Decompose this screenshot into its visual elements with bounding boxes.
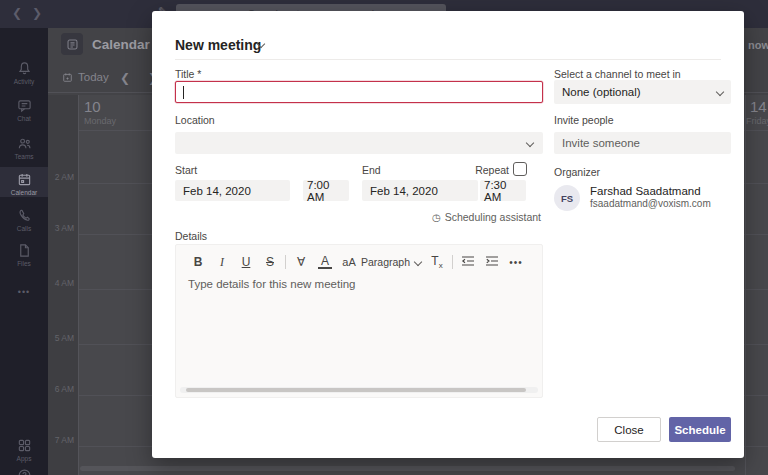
sidebar-item-label: Teams	[14, 153, 33, 160]
time-label: 2 AM	[48, 172, 74, 182]
sidebar-item-files[interactable]: Files	[0, 243, 48, 267]
gutter-divider	[78, 95, 79, 475]
sidebar-item-apps[interactable]: Apps	[0, 438, 48, 462]
invite-placeholder: Invite someone	[562, 137, 640, 149]
organizer-email: fsaadatmand@voxism.com	[590, 198, 711, 209]
day-name: Monday	[84, 116, 116, 126]
teams-app-window: ❮ ❯ ✎ Search or type a command Activity …	[0, 0, 768, 475]
schedule-button[interactable]: Schedule	[669, 417, 731, 442]
channel-dropdown[interactable]: None (optional)	[554, 80, 731, 104]
italic-button[interactable]: I	[210, 255, 234, 270]
schedule-button-label: Schedule	[674, 424, 725, 436]
time-label: 7 AM	[48, 435, 74, 445]
more-options-button[interactable]: •••	[504, 257, 528, 268]
bold-button[interactable]: B	[186, 255, 210, 269]
underline-button[interactable]: U	[234, 255, 258, 269]
sidebar-item-label: Files	[17, 260, 31, 267]
end-date-value: Feb 14, 2020	[370, 185, 438, 197]
meet-now-button-fragment[interactable]: now	[748, 39, 768, 51]
toolbar-divider	[452, 255, 453, 269]
paragraph-dropdown[interactable]: Paragraph	[361, 256, 425, 268]
calendar-icon	[17, 172, 32, 187]
clock-icon: ◷	[432, 212, 441, 223]
title-input[interactable]	[175, 81, 543, 103]
bell-icon	[17, 61, 32, 76]
scheduling-assistant-link[interactable]: ◷ Scheduling assistant	[432, 211, 541, 223]
clear-formatting-button[interactable]: Tx	[425, 254, 449, 270]
formatting-toolbar: B I U S ∀ A aA Paragraph Tx	[186, 251, 528, 273]
close-button[interactable]: Close	[597, 417, 661, 442]
sidebar-item-calendar[interactable]: Calendar	[0, 167, 48, 197]
organizer-row: FS Farshad Saadatmand fsaadatmand@voxism…	[554, 185, 711, 211]
details-scrollbar[interactable]	[180, 387, 538, 393]
calendar-app-icon	[61, 33, 83, 55]
organizer-label: Organizer	[554, 166, 600, 178]
today-label: Today	[78, 71, 109, 83]
start-time-input[interactable]: 7:00 AM	[303, 180, 349, 201]
title-field-label: Title *	[175, 68, 201, 80]
day-column-divider	[745, 95, 746, 475]
font-color-button[interactable]: A	[318, 256, 332, 269]
today-button[interactable]: Today	[62, 71, 109, 83]
page-title: Calendar	[92, 37, 150, 52]
repeat-checkbox[interactable]	[513, 162, 527, 176]
day-name-right: Friday	[746, 116, 768, 126]
prev-day-chevron[interactable]: ❮	[120, 71, 130, 85]
font-size-button[interactable]: aA	[337, 256, 361, 268]
sidebar-item-help[interactable]: Help	[0, 468, 48, 475]
sidebar-item-label: Apps	[17, 455, 32, 462]
organizer-avatar: FS	[554, 185, 580, 211]
back-chevron-icon[interactable]: ❮	[12, 6, 22, 20]
channel-label: Select a channel to meet in	[554, 68, 681, 80]
channel-value: None (optional)	[562, 86, 641, 98]
end-time-value: 7:30 AM	[484, 179, 522, 203]
sidebar-item-label: Activity	[14, 78, 35, 85]
sidebar-more-button[interactable]: •••	[0, 287, 48, 297]
sidebar-item-label: Calendar	[11, 189, 37, 196]
invite-people-input[interactable]: Invite someone	[554, 132, 731, 154]
app-sidebar: Activity Chat Teams Calendar Calls Files…	[0, 28, 48, 475]
sidebar-item-calls[interactable]: Calls	[0, 208, 48, 232]
outdent-icon	[461, 255, 475, 267]
strikethrough-button[interactable]: S	[258, 255, 282, 269]
time-label: 6 AM	[48, 384, 74, 394]
sidebar-item-teams[interactable]: Teams	[0, 136, 48, 160]
calendar-today-icon	[62, 72, 73, 83]
location-label: Location	[175, 114, 215, 126]
day-number-right: 14	[750, 98, 767, 115]
location-dropdown[interactable]	[175, 132, 543, 154]
sidebar-item-label: Calls	[17, 225, 31, 232]
indent-icon	[485, 255, 499, 267]
details-placeholder: Type details for this new meeting	[188, 278, 355, 290]
day-number: 10	[84, 98, 101, 115]
highlight-button[interactable]: ∀	[289, 255, 313, 269]
time-label: 3 AM	[48, 223, 74, 233]
start-date-input[interactable]: Feb 14, 2020	[175, 180, 290, 201]
chevron-down-icon	[716, 88, 724, 96]
horizontal-scrollbar[interactable]	[80, 466, 735, 471]
outdent-button[interactable]	[456, 255, 480, 270]
scheduling-assistant-label: Scheduling assistant	[445, 211, 541, 223]
start-time-value: 7:00 AM	[307, 179, 345, 203]
chevron-down-icon	[526, 139, 534, 147]
help-circle-icon	[17, 468, 32, 475]
time-label: 4 AM	[48, 278, 74, 288]
details-scrollbar-thumb[interactable]	[186, 388, 526, 392]
time-label: 5 AM	[48, 333, 74, 343]
new-meeting-dialog: New meeting Title * Location Start End R…	[152, 11, 744, 458]
sidebar-item-activity[interactable]: Activity	[0, 61, 48, 85]
end-label: End	[362, 164, 381, 176]
indent-button[interactable]	[480, 255, 504, 270]
end-date-input[interactable]: Feb 14, 2020	[362, 180, 478, 201]
forward-chevron-icon[interactable]: ❯	[32, 6, 42, 20]
sidebar-item-chat[interactable]: Chat	[0, 98, 48, 122]
phone-icon	[17, 208, 32, 223]
text-caret	[183, 86, 184, 99]
dialog-title: New meeting	[175, 37, 261, 53]
details-editor[interactable]: B I U S ∀ A aA Paragraph Tx	[175, 244, 543, 398]
toolbar-divider	[285, 255, 286, 269]
file-icon	[17, 243, 32, 258]
apps-grid-icon	[17, 438, 32, 453]
chat-bubble-icon	[17, 98, 32, 113]
end-time-input[interactable]: 7:30 AM	[480, 180, 526, 201]
